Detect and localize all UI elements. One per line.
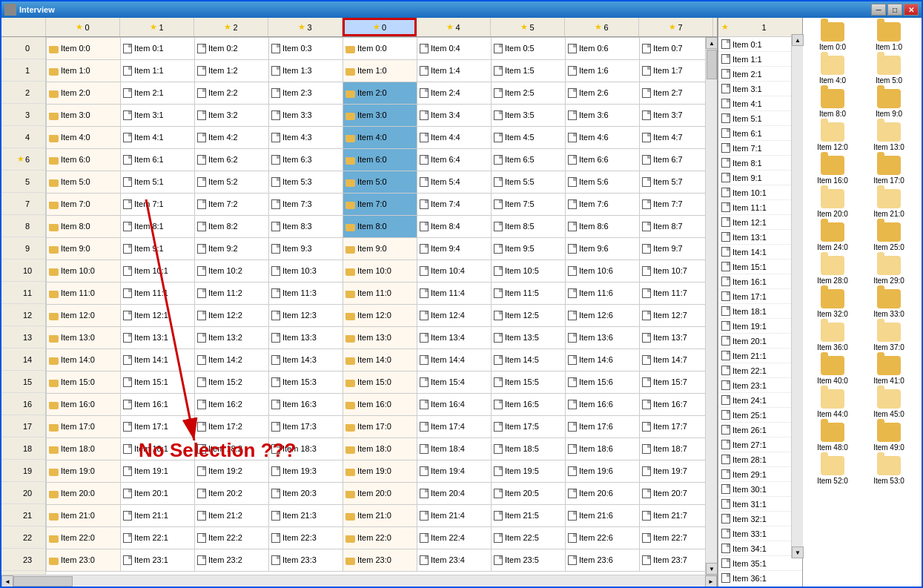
cell-11-8[interactable]: Item 11:7 bbox=[640, 283, 706, 305]
far-right-item[interactable]: Item 0:0 bbox=[806, 21, 859, 53]
cell-11-5[interactable]: Item 11:4 bbox=[417, 283, 492, 305]
cell-22-6[interactable]: Item 22:5 bbox=[492, 527, 566, 549]
cell-19-5[interactable]: Item 19:4 bbox=[417, 460, 492, 483]
cell-3-6[interactable]: Item 3:5 bbox=[492, 105, 566, 127]
far-right-item[interactable]: Item 1:0 bbox=[862, 21, 916, 53]
cell-22-4[interactable]: Item 22:0 bbox=[343, 527, 417, 549]
cell-14-2[interactable]: Item 14:2 bbox=[195, 349, 269, 371]
cell-6-4[interactable]: Item 5:0 bbox=[343, 171, 417, 194]
cell-8-5[interactable]: Item 8:4 bbox=[417, 216, 492, 238]
far-right-item[interactable]: Item 17:0 bbox=[862, 154, 916, 186]
cell-22-2[interactable]: Item 22:2 bbox=[195, 527, 269, 549]
cell-8-6[interactable]: Item 8:5 bbox=[492, 216, 566, 238]
cell-14-8[interactable]: Item 14:7 bbox=[640, 349, 706, 371]
cell-23-8[interactable]: Item 23:7 bbox=[640, 549, 706, 572]
cell-7-7[interactable]: Item 7:6 bbox=[566, 194, 640, 216]
col-header-6[interactable]: ★6 bbox=[565, 18, 639, 36]
cell-6-6[interactable]: Item 5:5 bbox=[492, 171, 566, 194]
right-list-item[interactable]: Item 33:1 bbox=[718, 526, 802, 541]
cell-20-3[interactable]: Item 20:3 bbox=[269, 483, 343, 505]
cell-0-4[interactable]: Item 0:0 bbox=[343, 38, 417, 60]
col-header-7[interactable]: ★7 bbox=[639, 18, 713, 36]
cell-20-7[interactable]: Item 20:6 bbox=[566, 483, 640, 505]
cell-19-0[interactable]: Item 19:0 bbox=[47, 460, 121, 483]
cell-23-6[interactable]: Item 23:5 bbox=[492, 549, 566, 572]
cell-16-2[interactable]: Item 16:2 bbox=[195, 394, 269, 416]
cell-13-5[interactable]: Item 13:4 bbox=[417, 327, 492, 349]
scroll-thumb-h[interactable] bbox=[13, 576, 73, 587]
cell-17-5[interactable]: Item 17:4 bbox=[417, 416, 492, 438]
cell-14-1[interactable]: Item 14:1 bbox=[121, 349, 195, 371]
scroll-right-button[interactable]: ► bbox=[705, 575, 717, 587]
cell-14-7[interactable]: Item 14:6 bbox=[566, 349, 640, 371]
cell-22-0[interactable]: Item 22:0 bbox=[47, 527, 121, 549]
cell-21-6[interactable]: Item 21:5 bbox=[492, 505, 566, 527]
cell-6-3[interactable]: Item 5:3 bbox=[269, 171, 343, 194]
cell-2-2[interactable]: Item 2:2 bbox=[195, 82, 269, 105]
cell-8-8[interactable]: Item 8:7 bbox=[640, 216, 706, 238]
cell-2-8[interactable]: Item 2:7 bbox=[640, 82, 706, 105]
cell-1-8[interactable]: Item 1:7 bbox=[640, 60, 706, 82]
cell-17-3[interactable]: Item 17:3 bbox=[269, 416, 343, 438]
cell-3-2[interactable]: Item 3:2 bbox=[195, 105, 269, 127]
right-list-item[interactable]: Item 6:1 bbox=[718, 126, 802, 141]
cell-15-5[interactable]: Item 15:4 bbox=[417, 371, 492, 394]
horizontal-scrollbar[interactable]: ◄ ► bbox=[1, 575, 717, 587]
cell-5-8[interactable]: Item 6:7 bbox=[640, 149, 706, 171]
cell-0-2[interactable]: Item 0:2 bbox=[195, 38, 269, 60]
cell-2-4[interactable]: Item 2:0 bbox=[343, 82, 417, 105]
far-right-item[interactable]: Item 5:0 bbox=[862, 54, 916, 86]
cell-3-1[interactable]: Item 3:1 bbox=[121, 105, 195, 127]
cell-19-3[interactable]: Item 19:3 bbox=[269, 460, 343, 483]
scroll-down-button[interactable]: ▼ bbox=[706, 563, 717, 575]
right-list-item[interactable]: Item 16:1 bbox=[718, 274, 802, 289]
cell-22-7[interactable]: Item 22:6 bbox=[566, 527, 640, 549]
cell-21-3[interactable]: Item 21:3 bbox=[269, 505, 343, 527]
cell-16-3[interactable]: Item 16:3 bbox=[269, 394, 343, 416]
right-list-item[interactable]: Item 28:1 bbox=[718, 452, 802, 467]
cell-22-1[interactable]: Item 22:1 bbox=[121, 527, 195, 549]
right-list-item[interactable]: Item 3:1 bbox=[718, 82, 802, 96]
cell-10-4[interactable]: Item 10:0 bbox=[343, 260, 417, 283]
cell-16-1[interactable]: Item 16:1 bbox=[121, 394, 195, 416]
right-scroll-up[interactable]: ▲ bbox=[792, 34, 804, 46]
cell-21-7[interactable]: Item 21:6 bbox=[566, 505, 640, 527]
cell-16-4[interactable]: Item 16:0 bbox=[343, 394, 417, 416]
right-list-item[interactable]: Item 23:1 bbox=[718, 378, 802, 393]
cell-21-2[interactable]: Item 21:2 bbox=[195, 505, 269, 527]
cell-22-5[interactable]: Item 22:4 bbox=[417, 527, 492, 549]
cell-21-5[interactable]: Item 21:4 bbox=[417, 505, 492, 527]
cell-21-4[interactable]: Item 21:0 bbox=[343, 505, 417, 527]
right-list-item[interactable]: Item 29:1 bbox=[718, 467, 802, 482]
cell-0-8[interactable]: Item 0:7 bbox=[640, 38, 706, 60]
cell-16-8[interactable]: Item 16:7 bbox=[640, 394, 706, 416]
cell-20-8[interactable]: Item 20:7 bbox=[640, 483, 706, 505]
maximize-button[interactable]: □ bbox=[887, 4, 902, 16]
right-v-scrollbar[interactable]: ▲ ▼ bbox=[791, 34, 803, 558]
cell-18-6[interactable]: Item 18:5 bbox=[492, 438, 566, 460]
cell-10-8[interactable]: Item 10:7 bbox=[640, 260, 706, 283]
right-list-item[interactable]: Item 32:1 bbox=[718, 512, 802, 526]
right-list-item[interactable]: Item 18:1 bbox=[718, 304, 802, 319]
cell-11-7[interactable]: Item 11:6 bbox=[566, 283, 640, 305]
cell-9-8[interactable]: Item 9:7 bbox=[640, 238, 706, 260]
cell-18-7[interactable]: Item 18:6 bbox=[566, 438, 640, 460]
cell-12-3[interactable]: Item 12:3 bbox=[269, 305, 343, 327]
far-right-item[interactable]: Item 21:0 bbox=[862, 188, 916, 219]
right-list-item[interactable]: Item 14:1 bbox=[718, 245, 802, 260]
right-list-item[interactable]: Item 37:1 bbox=[718, 586, 802, 587]
right-list-item[interactable]: Item 26:1 bbox=[718, 423, 802, 437]
cell-18-8[interactable]: Item 18:7 bbox=[640, 438, 706, 460]
cell-14-3[interactable]: Item 14:3 bbox=[269, 349, 343, 371]
far-right-item[interactable]: Item 52:0 bbox=[806, 455, 859, 486]
cell-18-0[interactable]: Item 18:0 bbox=[47, 438, 121, 460]
cell-20-2[interactable]: Item 20:2 bbox=[195, 483, 269, 505]
cell-1-4[interactable]: Item 1:0 bbox=[343, 60, 417, 82]
cell-5-0[interactable]: Item 6:0 bbox=[47, 149, 121, 171]
cell-23-4[interactable]: Item 23:0 bbox=[343, 549, 417, 572]
cell-19-6[interactable]: Item 19:5 bbox=[492, 460, 566, 483]
cell-2-5[interactable]: Item 2:4 bbox=[417, 82, 492, 105]
cell-19-1[interactable]: Item 19:1 bbox=[121, 460, 195, 483]
right-list-item[interactable]: Item 20:1 bbox=[718, 334, 802, 348]
col-header-5[interactable]: ★5 bbox=[491, 18, 565, 36]
